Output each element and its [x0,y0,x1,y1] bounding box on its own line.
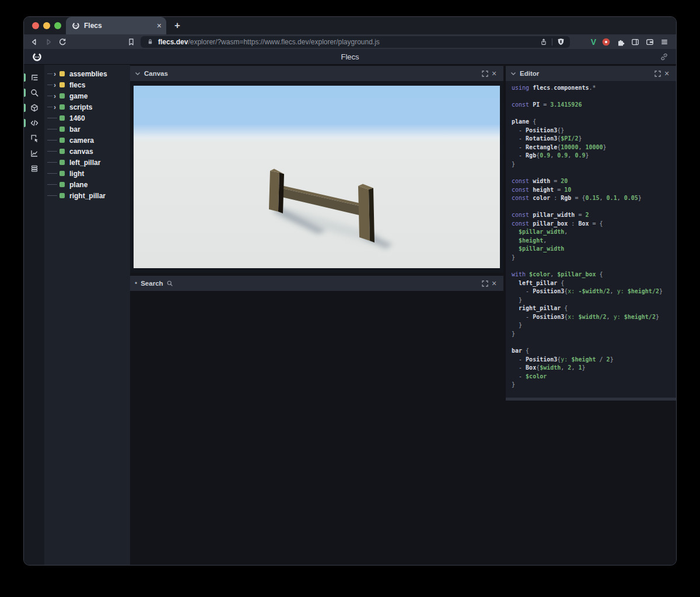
code-line: const pillar_width = 2 [512,211,676,220]
panel-close-button[interactable]: × [662,69,671,78]
panel-title: Search [141,280,163,287]
code-line [512,110,676,118]
query-search-button[interactable] [24,85,44,100]
code-line: - Rectangle{10000, 10000} [512,143,676,152]
panel-close-button[interactable]: × [489,279,499,288]
script-code-button[interactable] [24,115,44,131]
code-line [512,262,676,271]
tree-item-right_pillar[interactable]: right_pillar [44,190,130,201]
tree-item-1460[interactable]: 1460 [44,113,130,124]
code-line: const pillar_box : Box = { [512,220,676,229]
tree-item-label: canvas [69,148,93,156]
search-panel: • Search × [130,276,503,291]
canvas-3d-scene[interactable] [134,86,500,268]
brave-shield-icon[interactable] [556,37,565,46]
code-line: } [512,321,676,330]
vue-devtools-icon[interactable]: V [591,37,596,47]
tree-guide-line [47,173,57,174]
tree-item-label: right_pillar [69,192,106,200]
inspect-cursor-button[interactable] [24,131,44,146]
entity-kind-dot [60,160,65,165]
minimize-window-button[interactable] [43,22,50,29]
chevron-down-icon[interactable] [135,71,141,76]
wallet-icon[interactable] [645,37,654,47]
tree-item-scripts[interactable]: ›scripts [44,101,130,113]
tree-item-plane[interactable]: plane [44,179,130,190]
code-line: $pillar_width [512,245,676,254]
url-bar[interactable]: flecs.dev /explorer/?wasm=https://www.fl… [141,36,570,48]
toolbar-extensions: V [591,37,669,47]
tree-item-bar[interactable]: bar [44,124,130,135]
tree-guide-line [47,107,52,107]
new-tab-button[interactable]: + [174,20,180,31]
tree-guide-line [47,73,52,74]
menu-hamburger-icon[interactable] [660,37,669,47]
url-domain: flecs.dev [158,38,188,46]
share-icon[interactable] [540,38,548,46]
expand-chevron-icon[interactable]: › [52,104,57,111]
tree-guide-line [47,162,57,163]
tree-item-light[interactable]: light [44,168,130,179]
expand-chevron-icon[interactable]: › [52,71,57,78]
forward-button[interactable] [44,37,53,47]
scene-sky-ground [134,86,500,268]
panel-close-button[interactable]: × [489,69,499,78]
code-line: const width = 20 [512,177,676,186]
editor-code[interactable]: using flecs.components.* const PI = 3.14… [506,81,676,398]
panel-fullscreen-button[interactable] [480,69,489,78]
code-line: - Box{$width, 2, 1} [512,364,676,373]
tree-guide-line [47,118,57,118]
tree-item-label: left_pillar [69,159,100,167]
tree-guide-line [47,151,57,152]
bookmark-icon[interactable] [127,37,136,47]
commands-rows-icon [30,164,39,173]
maximize-window-button[interactable] [54,22,61,29]
code-line: with $color, $pillar_box { [512,271,676,279]
panel-fullscreen-button[interactable] [653,69,662,78]
browser-tab[interactable]: Flecs × [66,17,166,34]
tree-guide-line [47,129,57,129]
reload-button[interactable] [58,37,67,47]
code-line: right_pillar { [512,304,676,313]
entities-cube-button[interactable] [24,100,44,115]
collapsed-bullet-icon[interactable]: • [135,279,137,287]
entity-kind-dot [60,82,65,87]
adblock-extension-icon[interactable] [601,37,611,47]
code-line [512,168,676,177]
script-code-icon [30,118,39,128]
entity-kind-dot [60,149,65,154]
tree-item-assemblies[interactable]: ›assemblies [44,68,130,79]
chevron-down-icon[interactable] [510,71,516,76]
tree-item-left_pillar[interactable]: left_pillar [44,157,130,168]
panel-title: Editor [520,70,539,77]
tree-item-camera[interactable]: camera [44,135,130,146]
tree-item-flecs[interactable]: ›flecs [44,79,130,90]
outline-tree-button[interactable] [24,70,44,85]
query-search-icon [30,88,39,97]
close-window-button[interactable] [32,22,39,29]
code-line: } [512,160,676,169]
browser-toolbar: flecs.dev /explorer/?wasm=https://www.fl… [24,34,676,49]
tree-guide-line [47,96,52,96]
tree-item-canvas[interactable]: canvas [44,146,130,157]
canvas-body [130,81,503,273]
panel-fullscreen-button[interactable] [480,279,489,288]
code-line: plane { [512,118,676,127]
back-button[interactable] [30,37,39,47]
tree-guide-line [47,195,57,196]
expand-chevron-icon[interactable]: › [52,82,57,89]
tab-close-button[interactable]: × [157,22,162,30]
commands-rows-button[interactable] [24,161,44,176]
stats-chart-button[interactable] [24,146,44,161]
editor-resize-handle[interactable] [506,398,676,401]
app-header: Flecs [24,49,676,65]
app-title: Flecs [24,52,676,61]
extensions-puzzle-icon[interactable] [616,37,625,47]
code-line: bar { [512,347,676,356]
code-line: - Position3{y: $height / 2} [512,356,676,364]
tree-item-game[interactable]: ›game [44,90,130,101]
url-path: /explorer/?wasm=https://www.flecs.dev/ex… [188,38,534,46]
entity-kind-dot [60,71,65,76]
sidebar-toggle-icon[interactable] [631,37,640,47]
expand-chevron-icon[interactable]: › [52,93,57,100]
